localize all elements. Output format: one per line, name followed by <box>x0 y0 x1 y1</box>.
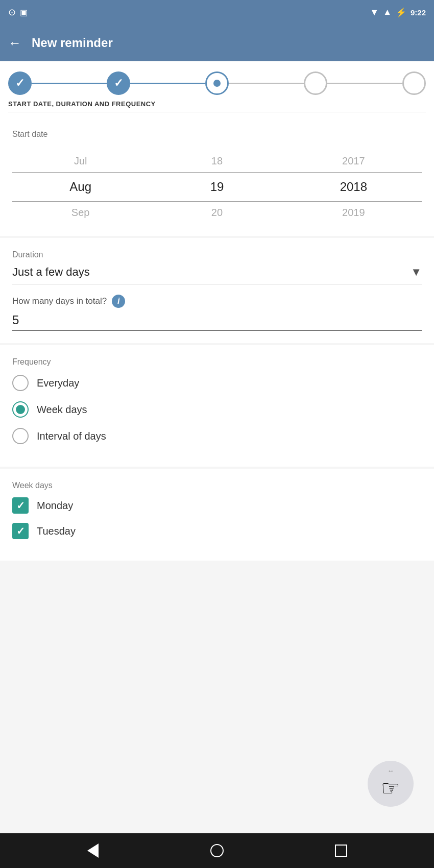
status-bar-left: ⊙ ▣ <box>8 7 28 18</box>
frequency-section: Frequency Everyday Week days Interval of… <box>0 345 434 467</box>
days-input-container[interactable] <box>12 313 422 331</box>
step-section-label: START DATE, DURATION AND FREQUENCY <box>8 100 426 108</box>
sim-icon: ▣ <box>20 8 28 17</box>
month-prev: Jul <box>12 150 149 172</box>
duration-value: Just a few days <box>12 266 90 279</box>
gesture-arrows-icon: ↔ <box>388 767 394 775</box>
days-input[interactable] <box>12 313 422 327</box>
bottom-nav <box>0 833 434 868</box>
step-line-3 <box>229 83 304 84</box>
nav-back-button[interactable] <box>86 843 100 858</box>
day-column[interactable]: 18 19 20 <box>149 150 285 224</box>
radio-label-weekdays: Week days <box>37 404 87 416</box>
info-icon[interactable]: i <box>112 295 125 308</box>
step-3 <box>205 71 229 95</box>
step-3-dot <box>213 80 221 87</box>
nav-back-icon <box>87 843 99 858</box>
start-date-label: Start date <box>12 130 422 139</box>
days-question-text: How many days in total? <box>12 296 107 306</box>
year-selected[interactable]: 2018 <box>285 172 422 202</box>
checkbox-monday[interactable]: ✓ Monday <box>12 497 422 514</box>
year-column[interactable]: 2017 2018 2019 <box>285 150 422 224</box>
page-title: New reminder <box>32 36 113 50</box>
radio-weekdays[interactable]: Week days <box>12 401 422 418</box>
step-line-2 <box>130 83 205 84</box>
radio-label-everyday: Everyday <box>37 377 79 389</box>
checkbox-label-monday: Monday <box>37 500 73 512</box>
app-bar: ← New reminder <box>0 25 434 61</box>
day-prev: 18 <box>149 150 285 172</box>
checkbox-check-monday: ✓ <box>16 499 25 512</box>
year-prev: 2017 <box>285 150 422 172</box>
checkbox-label-tuesday: Tuesday <box>37 525 76 537</box>
back-button[interactable]: ← <box>8 35 21 51</box>
day-next: 20 <box>149 202 285 224</box>
time-display: 9:22 <box>411 8 426 17</box>
radio-circle-interval[interactable] <box>12 428 29 444</box>
step-line-1 <box>32 83 107 84</box>
month-next: Sep <box>12 202 149 224</box>
nav-home-icon <box>210 844 224 857</box>
duration-dropdown[interactable]: Just a few days ▼ <box>12 266 422 284</box>
radio-circle-everyday[interactable] <box>12 375 29 391</box>
weekdays-label: Week days <box>12 481 422 490</box>
year-next: 2019 <box>285 202 422 224</box>
date-picker[interactable]: Jul Aug Sep 18 19 20 2017 2018 2019 <box>12 145 422 236</box>
radio-everyday[interactable]: Everyday <box>12 375 422 391</box>
circle-icon: ⊙ <box>8 7 16 18</box>
month-selected[interactable]: Aug <box>12 172 149 202</box>
step-indicator: ✓ ✓ START DATE, DURATION AND FREQUENCY <box>0 61 434 117</box>
radio-label-interval: Interval of days <box>37 430 106 442</box>
battery-icon: ⚡ <box>396 7 406 18</box>
step-divider <box>8 112 426 112</box>
start-date-section: Start date Jul Aug Sep 18 19 20 2017 201… <box>0 117 434 236</box>
step-5 <box>402 71 426 95</box>
nav-recents-button[interactable] <box>334 843 348 858</box>
radio-inner-weekdays <box>16 405 25 414</box>
radio-interval[interactable]: Interval of days <box>12 428 422 444</box>
nav-recents-icon <box>335 845 347 857</box>
gesture-overlay: ↔ ☞ <box>368 761 414 807</box>
step-1: ✓ <box>8 71 32 95</box>
checkbox-box-tuesday[interactable]: ✓ <box>12 523 29 539</box>
checkbox-tuesday[interactable]: ✓ Tuesday <box>12 523 422 539</box>
radio-circle-weekdays[interactable] <box>12 401 29 418</box>
duration-label: Duration <box>12 250 422 259</box>
duration-section: Duration Just a few days ▼ How many days… <box>0 238 434 343</box>
checkbox-box-monday[interactable]: ✓ <box>12 497 29 514</box>
frequency-label: Frequency <box>12 357 422 367</box>
checkbox-check-tuesday: ✓ <box>16 525 25 537</box>
weekdays-section: Week days ✓ Monday ✓ Tuesday <box>0 469 434 561</box>
gesture-hand-icon: ☞ <box>381 776 400 801</box>
dropdown-arrow-icon: ▼ <box>411 266 422 279</box>
step-2-check: ✓ <box>114 77 123 90</box>
day-selected[interactable]: 19 <box>149 172 285 202</box>
step-2: ✓ <box>107 71 130 95</box>
status-bar-right: ▼ ▲ ⚡ 9:22 <box>370 7 426 18</box>
step-line-4 <box>327 83 402 84</box>
days-question-row: How many days in total? i <box>12 295 422 308</box>
steps-row: ✓ ✓ <box>8 71 426 95</box>
signal-icon: ▲ <box>383 7 392 17</box>
status-bar: ⊙ ▣ ▼ ▲ ⚡ 9:22 <box>0 0 434 25</box>
step-1-check: ✓ <box>15 77 25 90</box>
month-column[interactable]: Jul Aug Sep <box>12 150 149 224</box>
main-content: Start date Jul Aug Sep 18 19 20 2017 201… <box>0 117 434 833</box>
nav-home-button[interactable] <box>210 843 224 858</box>
wifi-icon: ▼ <box>370 7 379 18</box>
step-4 <box>304 71 327 95</box>
